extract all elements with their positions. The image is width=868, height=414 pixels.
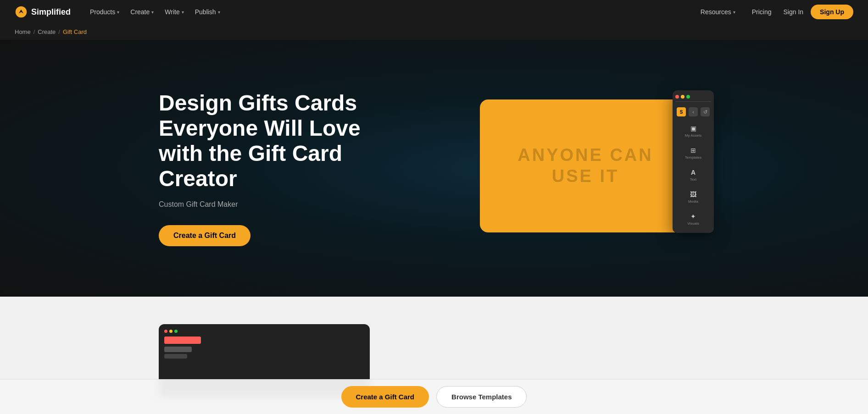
- editor-bar-3: [164, 354, 187, 359]
- hero-subtitle: Custom Gift Card Maker: [159, 200, 388, 209]
- logo-text: Simplified: [31, 7, 71, 17]
- dot-yellow: [681, 95, 684, 99]
- nav-publish[interactable]: Publish ▾: [190, 6, 225, 18]
- gift-card-mockup: ANYONE CAN USE IT S ‹ ↺: [480, 99, 709, 237]
- breadcrumb-home[interactable]: Home: [15, 28, 31, 35]
- nav-write[interactable]: Write ▾: [160, 6, 188, 18]
- nav-right: Resources ▾ Pricing Sign In Sign Up: [696, 5, 853, 19]
- editor-bar-2: [164, 347, 192, 352]
- nav-links: Products ▾ Create ▾ Write ▾ Publish ▾: [85, 6, 225, 18]
- app-panel-dots: [675, 95, 711, 102]
- sticky-create-button[interactable]: Create a Gift Card: [341, 386, 429, 408]
- editor-dot-red: [164, 330, 167, 333]
- media-icon: 🖼: [690, 191, 696, 198]
- navbar: Simplified Products ▾ Create ▾ Write ▾ P…: [0, 0, 868, 24]
- templates-icon: ⊞: [690, 147, 696, 154]
- text-icon: A: [691, 169, 696, 176]
- panel-back-btn[interactable]: ‹: [689, 107, 698, 116]
- panel-visuals[interactable]: ✦ Visuals: [675, 210, 711, 228]
- panel-forward-btn[interactable]: ↺: [701, 107, 710, 116]
- dot-red: [675, 95, 679, 99]
- breadcrumb-create[interactable]: Create: [38, 28, 56, 35]
- gift-card-text: ANYONE CAN USE IT: [517, 145, 653, 187]
- nav-pricing[interactable]: Pricing: [747, 6, 776, 18]
- panel-brand-btn: S: [677, 107, 686, 116]
- sticky-bar: Create a Gift Card Browse Templates: [0, 379, 868, 414]
- dot-green: [686, 95, 690, 99]
- chevron-icon: ▾: [733, 10, 735, 15]
- panel-media[interactable]: 🖼 Media: [675, 188, 711, 206]
- breadcrumb-current: Gift Card: [63, 28, 87, 35]
- nav-resources[interactable]: Resources ▾: [696, 6, 740, 18]
- hero-content: Design Gifts Cards Everyone Will Love wi…: [159, 90, 709, 247]
- nav-left: Simplified Products ▾ Create ▾ Write ▾ P…: [15, 6, 225, 18]
- sign-in-link[interactable]: Sign In: [784, 8, 804, 16]
- editor-topbar: [164, 330, 201, 333]
- nav-products[interactable]: Products ▾: [85, 6, 124, 18]
- breadcrumb-sep-1: /: [33, 28, 35, 35]
- chevron-icon: ▾: [117, 10, 119, 15]
- sign-up-button[interactable]: Sign Up: [811, 5, 853, 19]
- panel-templates[interactable]: ⊞ Templates: [675, 144, 711, 162]
- hero-visual: ANYONE CAN USE IT S ‹ ↺: [416, 99, 709, 237]
- hero-text: Design Gifts Cards Everyone Will Love wi…: [159, 90, 388, 247]
- gift-card: ANYONE CAN USE IT: [480, 99, 691, 232]
- chevron-icon: ▾: [151, 10, 154, 15]
- app-panel: S ‹ ↺ ▣ My Assets ⊞ Templates A Text: [673, 90, 714, 233]
- breadcrumb-sep-2: /: [58, 28, 60, 35]
- hero-cta-button[interactable]: Create a Gift Card: [159, 225, 250, 246]
- logo-link[interactable]: Simplified: [15, 6, 71, 18]
- panel-text[interactable]: A Text: [675, 166, 711, 184]
- editor-dot-yellow: [169, 330, 172, 333]
- visuals-icon: ✦: [690, 213, 696, 220]
- chevron-icon: ▾: [182, 10, 184, 15]
- breadcrumb: Home / Create / Gift Card: [0, 24, 868, 40]
- hero-section: Design Gifts Cards Everyone Will Love wi…: [0, 40, 868, 297]
- nav-create[interactable]: Create ▾: [126, 6, 158, 18]
- hero-title: Design Gifts Cards Everyone Will Love wi…: [159, 90, 388, 192]
- assets-icon: ▣: [690, 125, 696, 132]
- panel-my-assets[interactable]: ▣ My Assets: [675, 122, 711, 140]
- editor-bar-1: [164, 337, 201, 344]
- sticky-browse-button[interactable]: Browse Templates: [436, 386, 527, 408]
- app-panel-header: S ‹ ↺: [675, 107, 711, 116]
- editor-dot-green: [174, 330, 178, 333]
- chevron-icon: ▾: [218, 10, 220, 15]
